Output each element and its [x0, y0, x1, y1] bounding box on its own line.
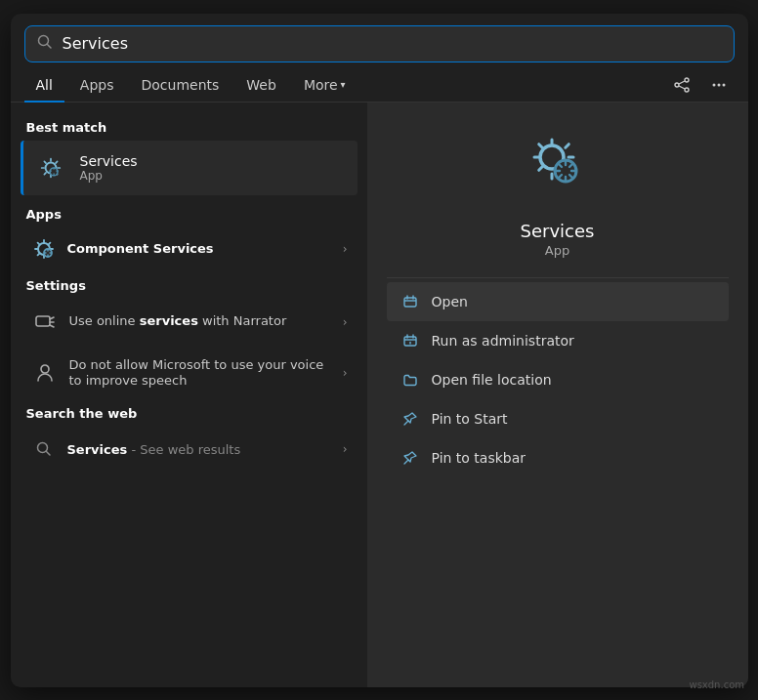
- right-app-name: Services: [521, 221, 595, 241]
- tab-more[interactable]: More ▾: [292, 69, 358, 101]
- search-input[interactable]: Services: [63, 34, 722, 53]
- pin-start-icon: [400, 409, 420, 429]
- action-open[interactable]: Open: [387, 282, 729, 321]
- divider: [387, 277, 729, 278]
- svg-point-7: [712, 83, 715, 86]
- voice-chevron: ›: [343, 366, 348, 380]
- component-services-chevron: ›: [343, 242, 348, 256]
- svg-line-25: [404, 421, 408, 425]
- svg-point-4: [685, 88, 689, 92]
- settings-voice-item[interactable]: Do not allow Microsoft to use your voice…: [21, 349, 358, 399]
- settings-label: Settings: [21, 278, 358, 293]
- narrator-text: Use online services with Narrator: [69, 313, 333, 330]
- component-services-icon: [30, 235, 58, 263]
- action-file-location[interactable]: Open file location: [387, 360, 729, 399]
- action-run-admin[interactable]: Run as administrator: [387, 321, 729, 360]
- services-app-icon: [33, 150, 68, 185]
- tab-apps[interactable]: Apps: [68, 69, 126, 103]
- tabs-row: All Apps Documents Web More ▾: [11, 68, 748, 103]
- best-match-text: Services App: [80, 153, 138, 183]
- web-search-icon: [30, 435, 58, 463]
- main-content: Best match Services App Apps: [11, 103, 748, 687]
- action-run-admin-label: Run as administrator: [432, 333, 574, 349]
- narrator-icon: [30, 308, 60, 337]
- component-services-label: Component Services: [67, 241, 333, 256]
- svg-line-17: [50, 325, 54, 327]
- web-search-chevron: ›: [343, 442, 348, 456]
- action-pin-start-label: Pin to Start: [432, 411, 508, 427]
- svg-point-2: [685, 78, 689, 82]
- svg-line-20: [46, 452, 50, 456]
- tab-all[interactable]: All: [24, 69, 64, 103]
- right-app-type: App: [545, 243, 569, 258]
- left-panel: Best match Services App Apps: [11, 103, 367, 687]
- share-icon[interactable]: [666, 69, 697, 101]
- pin-taskbar-icon: [400, 448, 420, 468]
- admin-icon: [400, 331, 420, 350]
- right-services-icon: [526, 132, 589, 207]
- svg-point-3: [675, 83, 679, 87]
- svg-point-9: [722, 83, 725, 86]
- svg-rect-14: [36, 316, 50, 326]
- best-match-sub: App: [80, 169, 138, 183]
- action-file-location-label: Open file location: [432, 372, 552, 388]
- chevron-down-icon: ▾: [341, 79, 346, 90]
- right-panel: Services App Open: [367, 103, 748, 687]
- action-pin-start[interactable]: Pin to Start: [387, 399, 729, 438]
- svg-line-6: [679, 86, 685, 89]
- action-list: Open Run as administrator: [387, 282, 729, 477]
- tab-documents[interactable]: Documents: [130, 69, 232, 103]
- svg-line-5: [679, 81, 685, 84]
- action-pin-taskbar[interactable]: Pin to taskbar: [387, 438, 729, 477]
- apps-label: Apps: [21, 207, 358, 222]
- search-bar[interactable]: Services: [24, 25, 735, 62]
- folder-icon: [400, 370, 420, 390]
- web-search-item[interactable]: Services - See web results ›: [21, 427, 358, 472]
- svg-point-8: [717, 83, 720, 86]
- web-label: Search the web: [21, 406, 358, 421]
- best-match-label: Best match: [21, 120, 358, 135]
- tab-web[interactable]: Web: [234, 69, 288, 103]
- svg-point-18: [41, 365, 49, 373]
- settings-narrator-item[interactable]: Use online services with Narrator ›: [21, 299, 358, 346]
- svg-line-1: [47, 44, 51, 48]
- narrator-chevron: ›: [343, 315, 348, 329]
- component-services-item[interactable]: Component Services ›: [21, 227, 358, 270]
- voice-text: Do not allow Microsoft to use your voice…: [69, 357, 333, 391]
- action-pin-taskbar-label: Pin to taskbar: [432, 450, 526, 466]
- best-match-title: Services: [80, 153, 138, 169]
- web-search-text: Services - See web results: [67, 442, 333, 457]
- voice-icon: [30, 358, 60, 388]
- watermark: wsxdn.com: [689, 679, 744, 690]
- best-match-item[interactable]: Services App: [21, 141, 358, 195]
- open-icon: [400, 292, 420, 311]
- svg-rect-23: [404, 298, 416, 307]
- action-open-label: Open: [432, 294, 468, 309]
- svg-line-26: [404, 460, 408, 464]
- tabs-right-icons: [666, 69, 735, 101]
- search-icon: [37, 34, 53, 54]
- more-options-icon[interactable]: [703, 69, 735, 101]
- search-window: Services All Apps Documents Web More ▾: [11, 14, 748, 687]
